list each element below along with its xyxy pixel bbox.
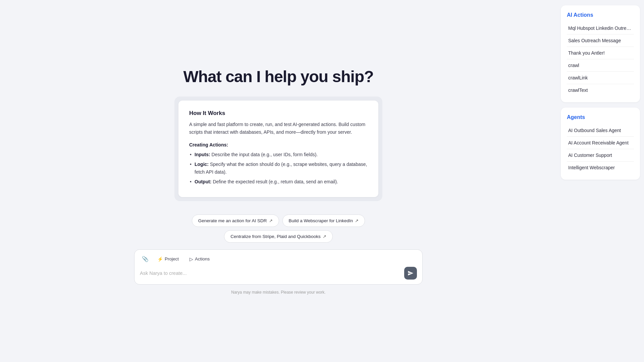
- actions-button[interactable]: ▷ Actions: [185, 255, 214, 263]
- how-it-works-title: How It Works: [189, 110, 368, 117]
- agents-list: AI Outbound Sales AgentAI Account Receiv…: [567, 125, 634, 173]
- disclaimer-text: Narya may make mistakes. Please review y…: [231, 290, 325, 295]
- sidebar: AI Actions Mql Hubspot Linkedin Outreac……: [557, 0, 644, 362]
- bullet-logic: Logic: Specify what the action should do…: [189, 161, 368, 176]
- input-row: [140, 267, 417, 280]
- sidebar-divider: [567, 161, 634, 162]
- ai-action-item-2[interactable]: Thank you Antler!: [567, 48, 634, 58]
- creating-actions-title: Creating Actions:: [189, 142, 368, 147]
- agents-card: Agents AI Outbound Sales AgentAI Account…: [561, 108, 640, 180]
- agent-item-2[interactable]: AI Customer Support: [567, 150, 634, 161]
- bullet-output-label: Output:: [195, 179, 212, 184]
- actions-play-icon: ▷: [190, 256, 193, 262]
- chip-ai-sdr-arrow-icon: ↗: [269, 218, 273, 223]
- chip-centralize-label: Centralize from Stripe, Plaid and Quickb…: [230, 234, 321, 239]
- ai-action-item-1[interactable]: Sales Outreach Message: [567, 35, 634, 46]
- ai-action-item-5[interactable]: crawlText: [567, 85, 634, 96]
- sidebar-divider: [567, 34, 634, 35]
- actions-label: Actions: [195, 256, 210, 261]
- bullet-output-text: Define the expected result (e.g., return…: [213, 179, 338, 184]
- chip-centralize-arrow-icon: ↗: [323, 234, 326, 239]
- bullet-inputs: Inputs: Describe the input data (e.g., u…: [189, 151, 368, 159]
- suggestion-chips: Generate me an action for AI SDR ↗ Build…: [174, 215, 382, 243]
- sidebar-divider: [567, 84, 634, 84]
- sidebar-divider: [567, 59, 634, 59]
- bullet-output: Output: Define the expected result (e.g.…: [189, 178, 368, 186]
- agents-title: Agents: [567, 114, 634, 120]
- how-it-works-description: A simple and fast platform to create, ru…: [189, 121, 368, 136]
- chip-centralize[interactable]: Centralize from Stripe, Plaid and Quickb…: [224, 230, 333, 243]
- bullet-inputs-text: Describe the input data (e.g., user IDs,…: [212, 152, 318, 157]
- bullet-list: Inputs: Describe the input data (e.g., u…: [189, 151, 368, 186]
- chip-ai-sdr-label: Generate me an action for AI SDR: [198, 218, 267, 223]
- bullet-inputs-label: Inputs:: [195, 152, 210, 157]
- input-toolbar: 📎 ⚡ Project ▷ Actions: [140, 254, 417, 263]
- input-container: 📎 ⚡ Project ▷ Actions: [134, 249, 423, 285]
- chip-linkedin[interactable]: Build a Webscraper for LinkedIn ↗: [282, 215, 365, 227]
- page-title: What can I help you ship?: [183, 67, 373, 86]
- ai-action-item-4[interactable]: crawlLink: [567, 72, 634, 83]
- send-icon: [408, 270, 414, 276]
- agent-item-3[interactable]: Intelligent Webscraper: [567, 162, 634, 173]
- ai-actions-card: AI Actions Mql Hubspot Linkedin Outreac……: [561, 5, 640, 102]
- project-icon: ⚡: [157, 256, 163, 262]
- ai-actions-list: Mql Hubspot Linkedin Outreac…Sales Outre…: [567, 23, 634, 96]
- project-button[interactable]: ⚡ Project: [153, 255, 183, 263]
- ai-actions-title: AI Actions: [567, 12, 634, 18]
- project-label: Project: [165, 256, 179, 261]
- send-button[interactable]: [404, 267, 417, 280]
- sidebar-divider: [567, 71, 634, 72]
- paperclip-icon: 📎: [142, 256, 149, 262]
- agent-item-1[interactable]: AI Account Receivable Agent: [567, 137, 634, 148]
- chat-input[interactable]: [140, 269, 401, 277]
- chip-linkedin-label: Build a Webscraper for LinkedIn: [289, 218, 353, 223]
- bullet-logic-label: Logic:: [195, 162, 209, 167]
- how-it-works-container: How It Works A simple and fast platform …: [174, 97, 382, 201]
- agent-item-0[interactable]: AI Outbound Sales Agent: [567, 125, 634, 136]
- attachment-button[interactable]: 📎: [140, 254, 151, 263]
- main-content: What can I help you ship? How It Works A…: [0, 0, 557, 362]
- sidebar-divider: [567, 136, 634, 137]
- ai-action-item-0[interactable]: Mql Hubspot Linkedin Outreac…: [567, 23, 634, 34]
- sidebar-divider: [567, 47, 634, 47]
- chip-ai-sdr[interactable]: Generate me an action for AI SDR ↗: [192, 215, 279, 227]
- how-it-works-card: How It Works A simple and fast platform …: [178, 101, 378, 197]
- ai-action-item-3[interactable]: crawl: [567, 60, 634, 71]
- chip-linkedin-arrow-icon: ↗: [355, 218, 359, 223]
- bullet-logic-text: Specify what the action should do (e.g.,…: [195, 162, 367, 175]
- sidebar-divider: [567, 149, 634, 149]
